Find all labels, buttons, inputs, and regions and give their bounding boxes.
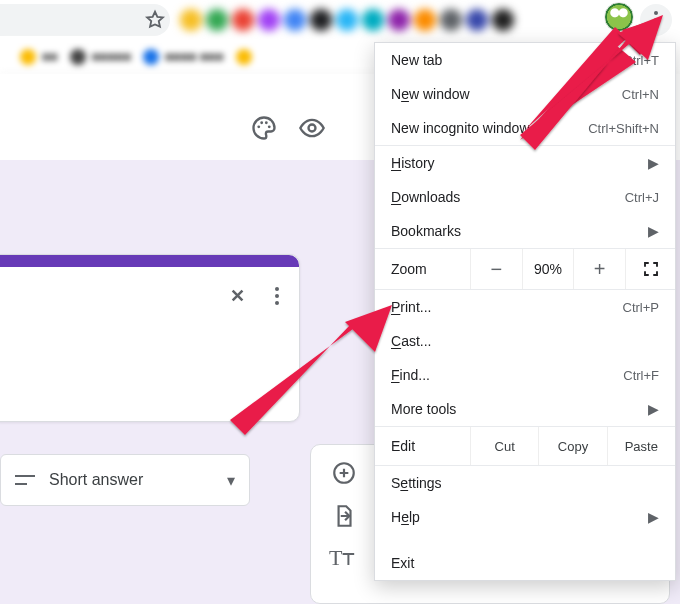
short-answer-icon (15, 472, 35, 488)
menu-item-edit: Edit Cut Copy Paste (375, 427, 675, 465)
menu-item-cast[interactable]: Cast... (375, 324, 675, 358)
menu-label: New window (391, 86, 622, 102)
menu-item-zoom: Zoom − 90% + (375, 249, 675, 289)
menu-label: History (391, 155, 640, 171)
question-type-dropdown[interactable]: Short answer ▾ (0, 454, 250, 506)
bookmark-star-icon[interactable] (144, 9, 166, 31)
chrome-menu-button[interactable] (640, 4, 672, 36)
svg-point-4 (309, 125, 316, 132)
menu-label: New incognito window (391, 120, 588, 136)
extensions-row-blurred (180, 4, 630, 36)
more-vertical-icon[interactable] (275, 294, 279, 298)
menu-label: Find... (391, 367, 623, 383)
zoom-value: 90% (522, 249, 574, 289)
menu-spacer (375, 534, 675, 546)
menu-shortcut: Ctrl+P (623, 300, 659, 315)
menu-shortcut: Ctrl+J (625, 190, 659, 205)
menu-label: Downloads (391, 189, 625, 205)
menu-item-downloads[interactable]: Downloads Ctrl+J (375, 180, 675, 214)
card-accent-bar (0, 255, 299, 267)
close-x-icon[interactable]: ✕ (230, 285, 245, 307)
menu-label: Print... (391, 299, 623, 315)
profile-avatar[interactable] (604, 2, 634, 32)
menu-label: Help (391, 509, 640, 525)
edit-cut-button[interactable]: Cut (470, 427, 538, 465)
menu-item-settings[interactable]: Settings (375, 466, 675, 500)
menu-shortcut: Ctrl+T (623, 53, 659, 68)
caret-down-icon: ▾ (227, 471, 235, 490)
menu-shortcut: Ctrl+F (623, 368, 659, 383)
screenshot-root: ■■ ■■■■■ ■■■■ ■■■ ✕ Short a (0, 0, 680, 604)
form-title-card[interactable]: ✕ (0, 254, 300, 422)
menu-item-bookmarks[interactable]: Bookmarks ▶ (375, 214, 675, 248)
import-questions-icon[interactable] (331, 503, 357, 529)
menu-label: Exit (391, 555, 659, 571)
menu-item-new-window[interactable]: New window Ctrl+N (375, 77, 675, 111)
menu-shortcut: Ctrl+N (622, 87, 659, 102)
card-action-row: ✕ (230, 285, 279, 307)
edit-label: Edit (375, 438, 470, 454)
svg-point-3 (268, 125, 271, 128)
menu-item-incognito[interactable]: New incognito window Ctrl+Shift+N (375, 111, 675, 145)
browser-toolbar (0, 0, 680, 40)
menu-item-exit[interactable]: Exit (375, 546, 675, 580)
eye-preview-icon[interactable] (298, 114, 326, 146)
menu-label: New tab (391, 52, 623, 68)
edit-paste-button[interactable]: Paste (607, 427, 675, 465)
submenu-arrow-icon: ▶ (648, 401, 659, 417)
submenu-arrow-icon: ▶ (648, 509, 659, 525)
svg-point-2 (265, 121, 268, 124)
question-type-label: Short answer (49, 471, 213, 489)
palette-icon[interactable] (250, 114, 278, 146)
menu-item-help[interactable]: Help ▶ (375, 500, 675, 534)
fullscreen-icon (642, 260, 660, 278)
zoom-label: Zoom (375, 261, 470, 277)
menu-shortcut: Ctrl+Shift+N (588, 121, 659, 136)
omnibox-tail[interactable] (0, 4, 170, 36)
submenu-arrow-icon: ▶ (648, 155, 659, 171)
vertical-dots-icon (654, 18, 658, 22)
menu-label: Bookmarks (391, 223, 640, 239)
menu-item-new-tab[interactable]: New tab Ctrl+T (375, 43, 675, 77)
menu-item-more-tools[interactable]: More tools ▶ (375, 392, 675, 426)
menu-label: More tools (391, 401, 640, 417)
zoom-in-button[interactable]: + (573, 249, 625, 289)
svg-point-1 (260, 121, 263, 124)
menu-item-find[interactable]: Find... Ctrl+F (375, 358, 675, 392)
add-title-icon[interactable]: Tᴛ (329, 545, 359, 571)
menu-item-history[interactable]: History ▶ (375, 146, 675, 180)
svg-point-0 (257, 125, 260, 128)
add-question-icon[interactable] (331, 460, 357, 486)
menu-item-print[interactable]: Print... Ctrl+P (375, 290, 675, 324)
menu-label: Cast... (391, 333, 659, 349)
menu-label: Settings (391, 475, 659, 491)
edit-copy-button[interactable]: Copy (538, 427, 606, 465)
fullscreen-button[interactable] (625, 249, 675, 289)
chrome-main-menu: New tab Ctrl+T New window Ctrl+N New inc… (374, 42, 676, 581)
submenu-arrow-icon: ▶ (648, 223, 659, 239)
zoom-out-button[interactable]: − (470, 249, 522, 289)
